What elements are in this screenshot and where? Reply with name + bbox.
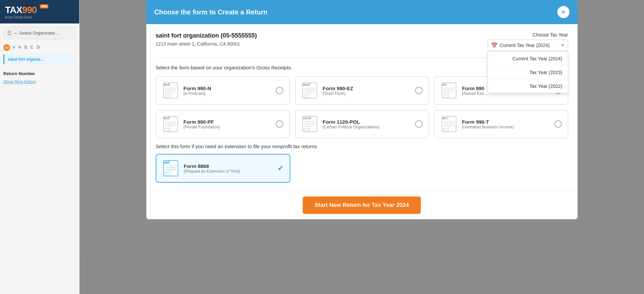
alpha-d[interactable]: D <box>36 44 40 51</box>
tax-year-dropdown-wrapper: 📅 Current Tax Year (2024) ▼ Current Tax … <box>488 40 568 51</box>
alpha-a[interactable]: A <box>18 44 22 51</box>
svg-text:990-N: 990-N <box>164 83 169 85</box>
org-list-item[interactable]: saint fort organiz... <box>3 54 76 64</box>
svg-text:990: 990 <box>442 83 446 85</box>
tax-year-option-0[interactable]: Current Tax Year (2024) <box>488 52 568 66</box>
form-radio-990n[interactable] <box>276 87 283 94</box>
form-icon-990t: 990-T <box>441 116 457 132</box>
extension-label: Select this form if you need an extensio… <box>156 143 568 149</box>
alpha-b[interactable]: B <box>24 44 28 51</box>
form-name-990n: Form 990-N <box>184 85 271 91</box>
svg-text:990-PF: 990-PF <box>164 117 170 119</box>
tax-year-label: Choose Tax Year <box>488 32 568 38</box>
show-filing-history-link[interactable]: Show filing history <box>0 78 79 86</box>
logo-tagline: Keep Doing Good <box>5 15 48 19</box>
form-icon-8868: 8868 <box>162 160 179 177</box>
form-desc-990t: (Unrelated Business Income) <box>462 125 550 129</box>
select-org-dropdown[interactable]: ☰ — Select Organizatio... <box>3 27 76 39</box>
form-info-8868: Form 8868 (Request an Extension of Time) <box>184 163 273 174</box>
svg-text:8868: 8868 <box>164 161 169 163</box>
svg-text:990-T: 990-T <box>442 117 447 119</box>
start-return-button[interactable]: Start New Return for Tax Year 2024 <box>303 196 421 214</box>
form-card-990t[interactable]: 990-T Form 990-T (Unrelated Business Inc… <box>434 110 568 138</box>
form-name-990ez: Form 990-EZ <box>323 85 410 91</box>
logo-badge: PRO <box>40 4 48 8</box>
form-card-1120pol[interactable]: 1120 POL Form 1120-POL (Certain Politica… <box>295 110 429 138</box>
form-info-990n: Form 990-N (e-Postcard) <box>184 85 271 96</box>
form-icon-990n: 990-N <box>162 82 179 99</box>
form-info-990ez: Form 990-EZ (Short Form) <box>323 85 410 96</box>
alphabet-filter: All # A B C D <box>0 43 79 53</box>
logo-area: TAX990 PRO Keep Doing Good <box>0 0 79 23</box>
form-name-8868: Form 8868 <box>184 163 273 169</box>
sidebar: TAX990 PRO Keep Doing Good ☰ — Select Or… <box>0 0 80 294</box>
form-info-1120pol: Form 1120-POL (Certain Political Organiz… <box>323 119 410 129</box>
alpha-c[interactable]: C <box>30 44 34 51</box>
form-name-990pf: Form 990-PF <box>184 119 271 125</box>
form-desc-990pf: (Private Foundation) <box>184 125 271 129</box>
tax-year-dropdown[interactable]: 📅 Current Tax Year (2024) ▼ <box>488 40 568 51</box>
modal-close-button[interactable]: × <box>557 6 569 18</box>
form-radio-1120pol[interactable] <box>415 120 423 128</box>
form-radio-990ez[interactable] <box>415 87 423 94</box>
svg-text:1120 POL: 1120 POL <box>303 117 311 119</box>
form-desc-990ez: (Short Form) <box>323 91 410 96</box>
tax-year-selector: Choose Tax Year 📅 Current Tax Year (2024… <box>488 32 568 51</box>
form-desc-8868: (Request an Extension of Time) <box>184 169 273 174</box>
dropdown-arrow-icon: ▼ <box>561 43 565 48</box>
tax-year-dropdown-menu: Current Tax Year (2024) Tax Year (2023) … <box>488 52 568 93</box>
org-info: saint fort organization (05-5555555) 121… <box>156 32 257 47</box>
alpha-hash[interactable]: # <box>12 44 16 51</box>
modal-dialog: Choose the form to Create a Return × sai… <box>146 0 578 219</box>
modal-footer: Start New Return for Tax Year 2024 <box>146 191 578 219</box>
form-radio-990pf[interactable] <box>276 120 283 128</box>
tax-year-option-2[interactable]: Tax Year (2022) <box>488 79 568 93</box>
return-number-label: Return Number <box>0 66 79 78</box>
modal-overlay: Choose the form to Create a Return × sai… <box>80 0 644 294</box>
org-header: saint fort organization (05-5555555) 121… <box>156 32 568 51</box>
logo-990: 990 <box>22 5 37 15</box>
form-desc-990n: (e-Postcard) <box>184 91 271 96</box>
form-card-990ez[interactable]: 990-EZ Form 990-EZ (Short Form) <box>295 76 429 105</box>
form-card-8868[interactable]: 8868 Form 8868 (Request an Extension of … <box>156 154 291 183</box>
alpha-all[interactable]: All <box>3 44 10 51</box>
logo-tax: TAX <box>5 5 22 15</box>
form-icon-990: 990 <box>441 82 457 99</box>
form-icon-1120pol: 1120 POL <box>301 116 318 132</box>
form-info-990pf: Form 990-PF (Private Foundation) <box>184 119 271 129</box>
svg-text:990-EZ: 990-EZ <box>303 83 309 85</box>
form-radio-990t[interactable] <box>554 120 562 128</box>
org-address: 1213 main street 1, California, CA 90001 <box>156 41 257 47</box>
modal-title: Choose the form to Create a Return <box>154 8 268 16</box>
org-name: saint fort organization (05-5555555) <box>156 32 257 39</box>
form-desc-1120pol: (Certain Political Organizations) <box>323 125 410 129</box>
form-card-990pf[interactable]: 990-PF Form 990-PF (Private Foundation) <box>156 110 290 138</box>
modal-body: saint fort organization (05-5555555) 121… <box>146 24 578 191</box>
select-org-label: — Select Organizatio... <box>14 31 59 36</box>
extension-check-icon: ✔ <box>278 164 284 173</box>
form-name-990t: Form 990-T <box>462 119 550 125</box>
form-icon-990ez: 990-EZ <box>301 82 318 99</box>
form-icon-990pf: 990-PF <box>162 116 179 132</box>
calendar-icon: 📅 <box>491 42 498 49</box>
modal-header: Choose the form to Create a Return × <box>146 0 578 24</box>
form-info-990t: Form 990-T (Unrelated Business Income) <box>462 119 550 129</box>
form-name-1120pol: Form 1120-POL <box>323 119 410 125</box>
tax-year-option-1[interactable]: Tax Year (2023) <box>488 66 568 79</box>
form-card-990n[interactable]: 990-N Form 990-N (e-Postcard) <box>156 76 290 105</box>
tax-year-selected-value: Current Tax Year (2024) <box>500 43 550 48</box>
